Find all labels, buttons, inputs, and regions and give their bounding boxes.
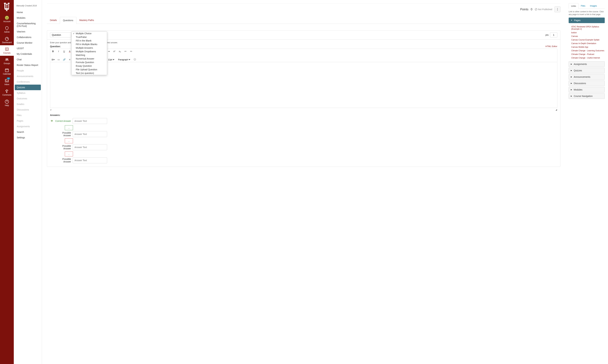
question-type-option[interactable]: Fill In Multiple Blanks xyxy=(71,42,107,46)
question-type-option[interactable]: File Upload Question xyxy=(71,68,107,71)
course-nav-item[interactable]: People xyxy=(15,68,41,73)
media-icon[interactable]: ▭ xyxy=(57,58,60,61)
course-nav-item[interactable]: Roster Status Report xyxy=(15,62,41,68)
bullet-list-icon[interactable]: ≔ xyxy=(124,50,127,53)
nav-commons[interactable]: Commons xyxy=(0,87,14,98)
pts-input[interactable] xyxy=(550,32,557,37)
course-nav-item[interactable]: View'em xyxy=(15,29,41,34)
rp-page-link[interactable]: Canvas In-Depth Orientation xyxy=(571,42,605,45)
course-nav-item[interactable]: Search xyxy=(15,129,41,135)
answer-input-2[interactable] xyxy=(73,144,107,150)
accessibility-icon[interactable]: ⓘ xyxy=(133,58,136,61)
subscript-icon[interactable]: x₂ xyxy=(119,50,121,53)
paragraph-select[interactable]: Paragraph xyxy=(118,58,131,61)
nav-courses[interactable]: Courses xyxy=(0,45,14,56)
answer-input-0[interactable] xyxy=(73,118,107,124)
course-nav-item[interactable]: Chat xyxy=(15,57,41,62)
tab-mastery-paths[interactable]: Mastery Paths xyxy=(77,17,97,24)
answer-comment-2[interactable]: ... xyxy=(65,152,73,156)
rp-section-modules[interactable]: ▶Modules xyxy=(569,87,605,92)
rp-page-link[interactable]: Climate Change - Useful Internet xyxy=(571,56,605,60)
course-nav-item[interactable]: Files xyxy=(15,113,41,118)
course-nav-item[interactable]: Syllabus xyxy=(15,90,41,96)
answer-row-3: Possible Answer xyxy=(50,157,557,163)
rp-page-link[interactable]: Canvas Mobile App xyxy=(571,45,605,49)
question-type-option[interactable]: Essay Question xyxy=(71,64,107,68)
question-type-option[interactable]: True/False xyxy=(71,35,107,39)
bold-icon[interactable]: B xyxy=(52,50,54,53)
rp-section-pages[interactable]: ▼Pages xyxy=(569,18,605,23)
rp-tab-images[interactable]: Images xyxy=(588,3,599,9)
rp-section-quizzes[interactable]: ▶Quizzes xyxy=(569,68,605,73)
rp-section-discussions[interactable]: ▶Discussions xyxy=(569,80,605,86)
question-type-option[interactable]: Multiple Answers xyxy=(71,46,107,50)
table-icon[interactable]: ⊞▾ xyxy=(52,58,54,61)
question-name-input[interactable] xyxy=(50,32,71,37)
rp-tab-files[interactable]: Files xyxy=(579,3,587,9)
course-nav-item[interactable]: Modules xyxy=(15,15,41,21)
link-icon[interactable]: 🔗 xyxy=(63,58,66,61)
nav-inbox[interactable]: 32Inbox xyxy=(0,77,14,87)
underline-icon[interactable]: U xyxy=(63,50,66,53)
superscript-icon[interactable]: x² xyxy=(113,50,116,53)
number-list-icon[interactable]: ≕ xyxy=(130,50,132,53)
rp-section-announcements[interactable]: ▶Announcements xyxy=(569,74,605,80)
more-options-button[interactable] xyxy=(555,6,560,12)
course-nav-item[interactable]: Course Monitor xyxy=(15,40,41,46)
italic-icon[interactable]: I xyxy=(57,50,60,53)
answer-input-3[interactable] xyxy=(73,157,107,163)
rp-tab-links[interactable]: Links xyxy=(569,3,579,9)
resize-handle-icon[interactable]: ◢ xyxy=(555,109,557,111)
nav-calendar[interactable]: Calendar xyxy=(0,66,14,77)
course-nav-item[interactable]: Discussions xyxy=(15,107,41,113)
nav-admin[interactable]: Admin xyxy=(0,24,14,35)
nav-dashboard[interactable]: Dashboard xyxy=(0,35,14,45)
tab-details[interactable]: Details xyxy=(47,17,60,24)
text-color-icon[interactable]: A xyxy=(68,50,71,53)
course-nav-item[interactable]: Conferences xyxy=(15,79,41,85)
question-type-option[interactable]: Fill In the Blank xyxy=(71,39,107,42)
course-nav-item[interactable]: UDOIT xyxy=(15,46,41,51)
rp-page-link[interactable]: Climate Change - Podcast xyxy=(571,52,605,56)
course-nav-item[interactable]: My Credentials xyxy=(15,51,41,57)
course-nav-item[interactable]: Announcements xyxy=(15,73,41,79)
unlink-icon[interactable]: ⤫ xyxy=(68,58,71,61)
answer-comment-0[interactable]: ... xyxy=(65,125,73,130)
rp-section-assignments[interactable]: ▶Assignments xyxy=(569,61,605,67)
question-type-option[interactable]: Multiple Choice xyxy=(71,32,107,35)
tab-questions[interactable]: Questions xyxy=(60,17,77,24)
nav-account[interactable]: Account xyxy=(0,14,14,24)
caret-right-icon: ▶ xyxy=(571,89,572,91)
rp-page-link[interactable]: Canvas Course Example Syllabi xyxy=(571,38,605,42)
course-nav-item[interactable]: Assignments xyxy=(15,124,41,129)
question-type-option[interactable]: Multiple Dropdowns xyxy=(71,50,107,53)
nav-groups[interactable]: Groups xyxy=(0,56,14,66)
possible-answer-label-3: Possible Answer xyxy=(55,158,71,163)
answer-input-1[interactable] xyxy=(73,131,107,137)
course-nav-item[interactable]: Quizzes xyxy=(15,85,41,90)
course-nav-item[interactable]: Collaborations xyxy=(15,34,41,40)
rp-section-course-nav[interactable]: ▶Course Navigation xyxy=(569,93,605,99)
question-text-editor[interactable] xyxy=(50,62,557,108)
course-nav-item[interactable]: CourseNetworking (CN Post) xyxy=(15,21,41,29)
course-nav-item[interactable]: Outcomes xyxy=(15,96,41,101)
rp-page-link[interactable]: Canvas xyxy=(571,34,605,38)
html-editor-toggle[interactable]: HTML Editor xyxy=(545,45,557,48)
question-type-option[interactable]: Text (no question) xyxy=(71,71,107,75)
indent-icon[interactable]: ⇥ xyxy=(107,50,110,53)
rp-page-link[interactable]: ATAC Reviewed SPEA Syllabus (Example 2) xyxy=(571,25,605,31)
course-nav-item[interactable]: Home xyxy=(15,10,41,15)
answer-comment-1[interactable]: ... xyxy=(65,138,73,143)
question-type-option[interactable]: Formula Question xyxy=(71,61,107,64)
course-nav-item[interactable]: Grades xyxy=(15,101,41,107)
iu-logo[interactable] xyxy=(0,0,14,14)
rp-page-link[interactable]: button xyxy=(571,31,605,34)
font-size-select[interactable]: 12pt xyxy=(107,58,115,61)
question-type-option[interactable]: Numerical Answer xyxy=(71,57,107,61)
course-nav-item[interactable]: Settings xyxy=(15,135,41,140)
rp-page-link[interactable]: Climate Change - Learning Outcomes xyxy=(571,49,605,52)
kebab-icon xyxy=(557,8,558,11)
course-nav-item[interactable]: Pages xyxy=(15,118,41,124)
nav-help[interactable]: Help xyxy=(0,98,14,108)
question-type-option[interactable]: Matching xyxy=(71,53,107,57)
